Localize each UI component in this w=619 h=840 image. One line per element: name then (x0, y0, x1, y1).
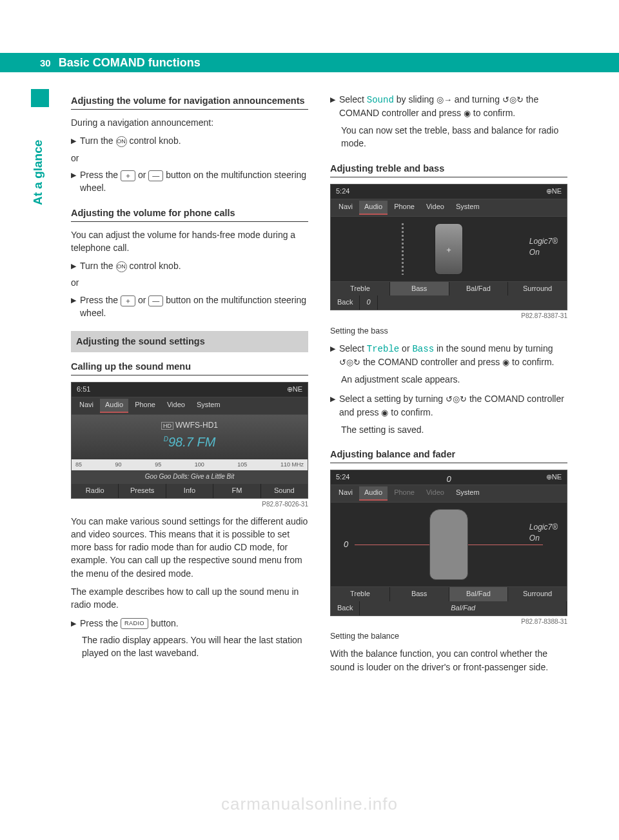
press-icon: ◉ (381, 407, 388, 419)
plus-key-icon: ＋ (121, 295, 135, 306)
fig-time: 6:51 (77, 385, 90, 395)
heading-treble-bass: Adjusting treble and bass (330, 162, 567, 175)
step-item: ▶ Select Sound by sliding ◎→ and turning… (330, 93, 567, 120)
fig-menubar: Navi Audio Phone Video System (331, 199, 567, 217)
right-column: ▶ Select Sound by sliding ◎→ and turning… (330, 89, 567, 679)
fig-backbar: Back 0 (331, 295, 567, 310)
fig-bottombar: Treble Bass Bal/Fad Surround (331, 281, 567, 296)
thumb-tab (31, 89, 49, 107)
turn-icon: ↺◎↻ (446, 394, 467, 406)
menu-navi: Navi (74, 399, 99, 413)
figure-id: P82.87-8026-31 (71, 500, 308, 510)
text: Press the (80, 170, 121, 180)
fig-time: 5:24 (336, 472, 349, 483)
menu-system: System (192, 399, 226, 413)
btn-bass: Bass (390, 587, 449, 601)
paragraph: You can adjust the volume for hands-free… (71, 228, 308, 255)
minus-key-icon: — (148, 170, 163, 181)
step-result: An adjustment scale appears. (341, 373, 567, 386)
car-top-icon (429, 509, 468, 580)
left-column: Adjusting the volume for navigation anno… (71, 89, 308, 679)
step-text: Press the ＋ or — button on the multifunc… (80, 168, 308, 195)
paragraph: During a navigation announcement: (71, 116, 308, 129)
press-icon: ◉ (464, 108, 471, 120)
step-marker-icon: ▶ (330, 93, 335, 106)
step-item: ▶ Turn the ON control knob. (71, 259, 308, 272)
menu-video: Video (421, 486, 449, 501)
paragraph: The example describes how to call up the… (71, 585, 308, 612)
radio-key-icon: RADIO (121, 618, 148, 629)
step-result: The setting is saved. (341, 423, 567, 436)
paragraph: You can make various sound settings for … (71, 515, 308, 580)
figure-id: P82.87-8387-31 (330, 312, 567, 321)
header-title: Basic COMAND functions (59, 56, 201, 70)
content-columns: Adjusting the volume for navigation anno… (71, 89, 567, 679)
fader-value: 0 (446, 472, 451, 486)
btn-presets: Presets (119, 484, 166, 498)
radio-scale: 859095100105110 MHz (72, 459, 308, 470)
fig-time: 5:24 (336, 186, 349, 197)
fig-menubar: Navi Audio Phone Video System (72, 397, 308, 415)
btn-back: Back (331, 601, 360, 615)
btn-treble: Treble (331, 587, 390, 601)
minus-key-icon: — (148, 295, 163, 306)
menu-phone: Phone (389, 486, 420, 501)
step-result: You can now set the treble, bass and bal… (341, 124, 567, 150)
step-item: ▶ Select a setting by turning ↺◎↻ the CO… (330, 392, 567, 419)
menu-phone: Phone (389, 201, 420, 215)
menu-system: System (451, 201, 485, 215)
step-marker-icon: ▶ (330, 392, 335, 405)
paragraph: With the balance function, you can contr… (330, 647, 567, 674)
figure-caption: Setting the balance (330, 630, 567, 642)
watermark: carmanualsonline.info (0, 794, 619, 814)
page-header: 30 Basic COMAND functions (0, 53, 619, 72)
fig-bottombar: Treble Bass Bal/Fad Surround (331, 586, 567, 601)
plus-key-icon: ＋ (121, 170, 135, 181)
text: or (135, 170, 148, 180)
turn-icon: ↺◎↻ (339, 357, 360, 369)
step-marker-icon: ▶ (71, 168, 76, 181)
step-text: Press the RADIO button. (80, 617, 308, 630)
btn-balfad: Bal/Fad (449, 282, 509, 296)
menu-audio: Audio (359, 201, 388, 215)
text: Turn the (80, 261, 116, 271)
heading-underline (330, 463, 567, 463)
heading-nav-volume: Adjusting the volume for navigation anno… (71, 94, 308, 108)
figure-caption: Setting the bass (330, 325, 567, 337)
section-label: At a glance (31, 140, 45, 205)
btn-bass: Bass (390, 282, 449, 296)
btn-balfad: Bal/Fad (449, 587, 509, 601)
step-item: ▶ Press the ＋ or — button on the multifu… (71, 294, 308, 320)
or-text: or (71, 152, 308, 165)
step-marker-icon: ▶ (71, 294, 76, 306)
text: button. (148, 618, 179, 628)
step-marker-icon: ▶ (71, 259, 76, 272)
bass-scale-icon (402, 223, 404, 275)
step-item: ▶ Select Treble or Bass in the sound men… (330, 342, 567, 369)
menu-audio: Audio (359, 486, 388, 501)
or-text: or (71, 276, 308, 289)
page-number: 30 (40, 57, 51, 68)
figure-radio-screen: 6:51 ⊕NE Navi Audio Phone Video System H… (71, 382, 308, 499)
menu-label-treble: Treble (367, 344, 399, 354)
menu-video: Video (421, 201, 449, 215)
fig-compass: ⊕NE (546, 472, 562, 483)
btn-radio: Radio (72, 484, 119, 498)
text: Press the (80, 295, 121, 305)
bass-knob-icon: ＋ (435, 223, 463, 275)
heading-balance-fader: Adjusting balance and fader (330, 448, 567, 461)
step-item: ▶ Turn the ON control knob. (71, 134, 308, 147)
fig-body: 0 Logic7®On (331, 503, 567, 586)
figure-bass-screen: 5:24 ⊕NE Navi Audio Phone Video System ＋… (330, 184, 567, 311)
figure-balance-screen: 5:24 0 ⊕NE Navi Audio Phone Video System… (330, 470, 567, 616)
step-text: Select Treble or Bass in the sound menu … (339, 342, 567, 369)
text: control knob. (127, 261, 181, 271)
heading-underline (71, 221, 308, 222)
balance-value: 0 (344, 539, 348, 551)
menu-navi: Navi (333, 201, 358, 215)
menu-label-sound: Sound (367, 95, 394, 105)
step-marker-icon: ▶ (330, 342, 335, 355)
turn-icon: ↺◎↻ (502, 94, 524, 106)
step-text: Press the ＋ or — button on the multifunc… (80, 294, 308, 320)
fig-body: ＋ Logic7®On (331, 217, 567, 281)
